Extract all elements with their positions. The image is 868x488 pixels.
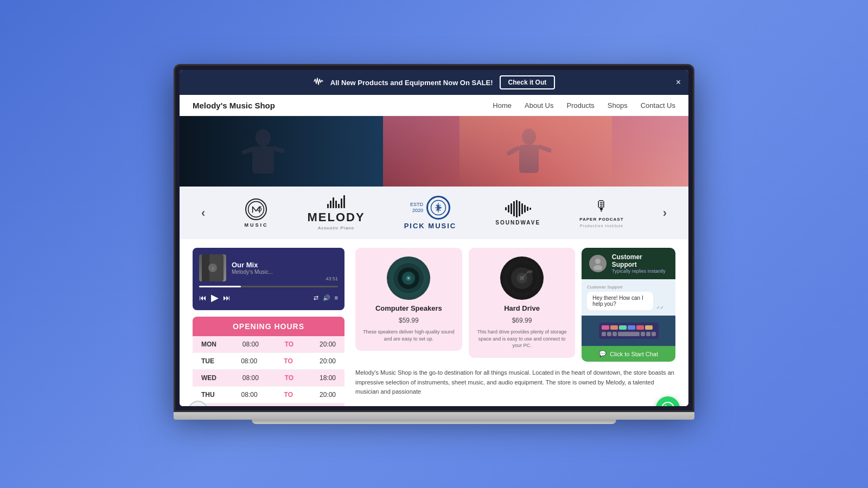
harddrive-image	[500, 256, 544, 300]
brand-m-music-label: MUSIC	[244, 222, 268, 228]
brand-melody-sub: Acoustic Piano	[318, 226, 354, 230]
carousel-prev-button[interactable]: ‹	[201, 206, 205, 220]
banner-close-button[interactable]: ×	[676, 78, 681, 87]
chat-label: Customer Support	[587, 285, 670, 290]
mic-icon: 🎙	[595, 198, 609, 215]
products-row: Computer Speakers $59.99 These speakers …	[355, 248, 675, 362]
navbar: Melody's Music Shop Home About Us Produc…	[180, 95, 688, 116]
brand-pick-music: ESTD 2020 PICK MUSIC	[404, 196, 457, 230]
support-card: Customer Support Typically replies insta…	[582, 248, 675, 362]
speaker-image	[387, 256, 430, 300]
svg-rect-36	[602, 332, 606, 336]
hours-wed: WED 08:00 TO 18:00	[193, 370, 344, 387]
nav-logo: Melody's Music Shop	[193, 101, 275, 110]
player-menu-button[interactable]: ≡	[335, 294, 338, 301]
player-progress-fill	[199, 286, 241, 287]
brand-pick-year: 2020	[412, 208, 423, 213]
hero-section	[180, 116, 688, 187]
nav-home[interactable]: Home	[493, 101, 512, 110]
speakers-name: Computer Speakers	[375, 304, 442, 312]
player-shuffle-button[interactable]: ⇄	[314, 294, 318, 301]
player-progress-bar[interactable]	[199, 286, 338, 287]
svg-point-28	[593, 265, 602, 270]
player-next-button[interactable]: ⏭	[223, 293, 231, 302]
brand-paper-podcast: 🎙 PAPER PODCAST Production Institute	[579, 198, 623, 228]
support-cta-button[interactable]: 💬 Click to Start Chat	[582, 346, 675, 362]
opening-hours: OPENING HOURS MON 08:00 TO 20:00 TUE 08:…	[193, 317, 344, 406]
svg-rect-1	[252, 146, 274, 174]
whatsapp-icon-small: 💬	[599, 350, 607, 357]
svg-rect-41	[646, 332, 650, 336]
player-volume-button[interactable]: 🔊	[323, 294, 330, 301]
banner-cta-button[interactable]: Check it Out	[500, 75, 556, 89]
hours-thu: THU 08:00 TO 20:00	[193, 387, 344, 403]
product-harddrive: Hard Drive $69.99 This hard drive provid…	[469, 248, 576, 358]
promo-banner: All New Products and Equipment Now On SA…	[180, 70, 688, 95]
svg-rect-31	[610, 325, 618, 330]
main-content: ♪ Our Mix Melody's Music... 43:51	[180, 239, 688, 406]
banner-music-icon	[313, 77, 324, 88]
hours-fri: FRI 08:00 TO 20:00	[193, 403, 344, 406]
svg-rect-33	[628, 325, 635, 330]
harddrive-desc: This hard drive provides plenty of stora…	[475, 329, 569, 349]
player-controls: ⏮ ▶ ⏭ ⇄ 🔊 ≡	[199, 292, 338, 304]
svg-rect-29	[599, 323, 659, 339]
speakers-price: $59.99	[399, 317, 419, 324]
harddrive-price: $69.99	[512, 317, 532, 324]
brand-soundwave-label: SOUNDWAVE	[495, 220, 540, 226]
left-column: ♪ Our Mix Melody's Music... 43:51	[193, 248, 344, 406]
svg-text:♪: ♪	[212, 265, 214, 271]
banner-text: All New Products and Equipment Now On SA…	[330, 79, 493, 87]
brand-podcast-sub: Production Institute	[580, 224, 623, 228]
brand-pick-est: ESTD	[410, 202, 423, 207]
brand-melody: MELODY Acoustic Piano	[307, 195, 365, 230]
chat-read-receipt: ✓✓	[656, 305, 664, 310]
support-header: Customer Support Typically replies insta…	[582, 248, 675, 279]
brands-carousel: ‹ MUSIC	[180, 187, 688, 239]
player-time: 43:51	[326, 276, 338, 281]
speakers-desc: These speakers deliver high-quality soun…	[362, 329, 456, 342]
support-name: Customer Support	[612, 253, 668, 268]
nav-about[interactable]: About Us	[525, 101, 553, 110]
svg-rect-37	[607, 332, 611, 336]
svg-rect-30	[602, 325, 609, 330]
brand-pick-label: PICK MUSIC	[404, 222, 457, 230]
support-keyboard-bg	[582, 316, 675, 346]
support-status: Typically replies instantly	[612, 268, 668, 274]
chat-bubble: Hey there! How can I help you?	[587, 292, 653, 310]
svg-rect-39	[618, 332, 640, 336]
nav-products[interactable]: Products	[567, 101, 595, 110]
svg-rect-32	[619, 325, 627, 330]
player-thumbnail: ♪	[199, 254, 226, 281]
hours-mon: MON 08:00 TO 20:00	[193, 336, 344, 353]
brand-podcast-label: PAPER PODCAST	[579, 217, 623, 222]
svg-rect-40	[641, 332, 645, 336]
carousel-next-button[interactable]: ›	[663, 206, 667, 220]
svg-rect-35	[645, 325, 653, 330]
svg-point-27	[595, 259, 601, 264]
svg-rect-42	[652, 332, 656, 336]
nav-links: Home About Us Products Shops Contact Us	[493, 100, 675, 110]
support-chat-area: Customer Support Hey there! How can I he…	[582, 279, 675, 316]
svg-rect-34	[636, 325, 644, 330]
nav-shops[interactable]: Shops	[608, 101, 628, 110]
product-speakers: Computer Speakers $59.99 These speakers …	[355, 248, 462, 351]
brand-soundwave: SOUNDWAVE	[495, 200, 540, 226]
svg-rect-13	[202, 254, 209, 281]
brand-m-music: MUSIC	[244, 198, 268, 228]
support-avatar	[589, 255, 606, 272]
svg-point-20	[407, 277, 410, 279]
player-title: Our Mix	[232, 261, 320, 269]
player-prev-button[interactable]: ⏮	[199, 293, 207, 302]
about-section: Melody's Music Shop is the go-to destina…	[355, 368, 675, 397]
svg-rect-38	[612, 332, 617, 336]
nav-contact[interactable]: Contact Us	[641, 101, 675, 110]
harddrive-name: Hard Drive	[504, 304, 540, 312]
brand-melody-label: MELODY	[307, 211, 365, 223]
about-text: Melody's Music Shop is the go-to destina…	[355, 368, 675, 397]
hours-tue: TUE 08:00 TO 20:00	[193, 353, 344, 370]
player-play-button[interactable]: ▶	[211, 292, 219, 304]
right-column: Computer Speakers $59.99 These speakers …	[355, 248, 675, 406]
music-player: ♪ Our Mix Melody's Music... 43:51	[193, 248, 344, 310]
player-artist: Melody's Music...	[232, 269, 320, 275]
